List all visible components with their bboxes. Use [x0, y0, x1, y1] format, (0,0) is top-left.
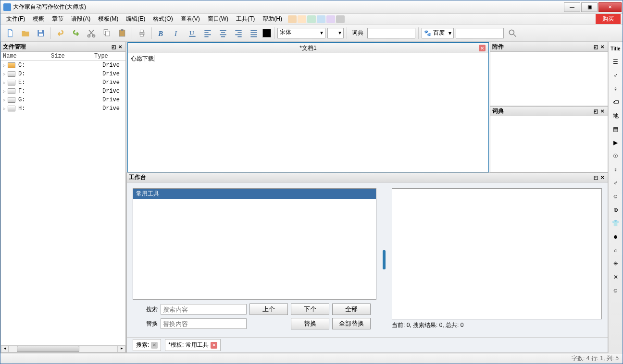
replace-button[interactable]: 替换	[291, 318, 329, 329]
venus-icon[interactable]: ♀	[610, 164, 622, 175]
font-family-select[interactable]: 宋体	[277, 28, 325, 38]
print-icon[interactable]	[135, 26, 149, 40]
menu-help[interactable]: 帮助(H)	[259, 14, 286, 24]
prev-button[interactable]: 上个	[249, 303, 288, 315]
close-icon[interactable]: ✕	[151, 342, 158, 349]
font-color-swatch[interactable]	[262, 29, 271, 37]
menu-template[interactable]: 模板(M)	[94, 14, 122, 24]
swatch[interactable]	[326, 15, 335, 23]
workspace-status: 当前: 0, 搜索结果: 0, 总共: 0	[392, 319, 602, 331]
bottom-template-tab[interactable]: *模板: 常用工具 ✕	[165, 339, 220, 351]
person-icon[interactable]: ☺	[610, 191, 622, 202]
bold-icon[interactable]: B	[155, 26, 168, 40]
svg-text:B: B	[158, 29, 163, 37]
location-icon[interactable]: 地	[610, 110, 622, 121]
panel-float-icon[interactable]: ◰	[110, 44, 117, 50]
panel-close-icon[interactable]: ✕	[599, 174, 606, 181]
male-icon[interactable]: ♂	[610, 70, 622, 81]
hamburger-icon[interactable]: ☰	[610, 56, 622, 68]
copy-icon[interactable]	[100, 26, 113, 40]
menu-format[interactable]: 格式(O)	[149, 14, 176, 24]
menu-window[interactable]: 窗口(W)	[204, 14, 232, 24]
building-icon[interactable]: ⌂	[610, 244, 622, 256]
web-search-input[interactable]	[456, 28, 504, 38]
menu-chapter[interactable]: 章节	[48, 14, 67, 24]
bottom-search-tab[interactable]: 搜索: ✕	[133, 339, 161, 351]
wheel-icon[interactable]: ✳	[610, 258, 622, 269]
search-engine-select[interactable]: 🐾百度	[422, 28, 454, 38]
swatch[interactable]	[307, 15, 316, 23]
drive-row[interactable]: ▷F:Drive	[1, 87, 125, 96]
search-icon[interactable]	[506, 26, 519, 40]
menu-phrase[interactable]: 语段(A)	[67, 14, 94, 24]
undo-icon[interactable]	[54, 26, 67, 40]
minimize-button[interactable]: —	[564, 2, 580, 12]
save-icon[interactable]	[34, 26, 48, 40]
panel-close-icon[interactable]: ✕	[599, 108, 606, 115]
document-tab[interactable]: *文档1 ✕	[128, 43, 488, 53]
paste-icon[interactable]	[115, 26, 129, 40]
swatch[interactable]	[288, 15, 297, 23]
underline-icon[interactable]: U	[186, 26, 199, 40]
replace-input[interactable]	[161, 318, 247, 329]
file-list: ▷C:Drive▷D:Drive▷E:Drive▷F:Drive▷G:Drive…	[1, 61, 125, 345]
search-input[interactable]	[161, 304, 247, 315]
menu-edit[interactable]: 编辑(E)	[122, 14, 149, 24]
panel-close-icon[interactable]: ✕	[117, 44, 124, 50]
align-justify-icon[interactable]	[247, 26, 261, 40]
article-icon[interactable]: ▤	[610, 123, 622, 135]
close-button[interactable]: ✕	[598, 2, 622, 12]
workspace-tab[interactable]: 常用工具	[133, 189, 376, 199]
play-icon[interactable]: ▶	[610, 137, 622, 148]
menu-outline[interactable]: 梗概	[29, 14, 48, 24]
panel-float-icon[interactable]: ◰	[592, 44, 599, 50]
file-panel-title: 文件管理	[3, 43, 26, 51]
swatch[interactable]	[336, 15, 345, 23]
idea-icon[interactable]: ☉	[610, 150, 622, 162]
mars-icon[interactable]: ♂	[610, 177, 622, 189]
menu-view[interactable]: 查看(V)	[177, 14, 204, 24]
next-button[interactable]: 下个	[291, 303, 329, 315]
drive-row[interactable]: ▷H:Drive	[1, 104, 125, 113]
splitter[interactable]	[382, 188, 386, 331]
all-button[interactable]: 全部	[332, 303, 371, 315]
redo-icon[interactable]	[69, 26, 83, 40]
h-scrollbar[interactable]: ◂▸	[1, 345, 125, 352]
swatch[interactable]	[317, 15, 325, 23]
panel-close-icon[interactable]: ✕	[599, 44, 606, 50]
menu-file[interactable]: 文件(F)	[2, 14, 29, 24]
dict-input[interactable]	[367, 28, 415, 38]
shirt-icon[interactable]: 👕	[610, 218, 622, 229]
replace-all-button[interactable]: 全部替换	[332, 318, 371, 329]
drive-row[interactable]: ▷E:Drive	[1, 78, 125, 87]
align-left-icon[interactable]	[201, 26, 214, 40]
svg-rect-0	[39, 30, 42, 32]
drive-row[interactable]: ▷C:Drive	[1, 61, 125, 70]
italic-icon[interactable]: I	[170, 26, 184, 40]
search-label: 搜索	[138, 305, 158, 314]
maximize-button[interactable]: ▣	[581, 2, 598, 12]
buy-button[interactable]: 购买	[596, 14, 621, 24]
menu-tool[interactable]: 工具(T)	[232, 14, 259, 24]
panel-float-icon[interactable]: ◰	[592, 174, 599, 181]
panel-float-icon[interactable]: ◰	[592, 108, 599, 115]
emoji-icon[interactable]: ☺	[610, 285, 622, 296]
open-folder-icon[interactable]	[19, 26, 32, 40]
drive-row[interactable]: ▷D:Drive	[1, 70, 125, 78]
face-icon[interactable]: ☻	[610, 231, 622, 243]
tag-icon[interactable]: 🏷	[610, 97, 622, 108]
new-file-icon[interactable]	[3, 26, 17, 40]
editor-body[interactable]: 心愿下载	[128, 53, 488, 172]
cross-icon[interactable]: ✕	[610, 271, 622, 283]
swatch[interactable]	[298, 15, 306, 23]
side-title-label[interactable]: Title	[610, 43, 622, 54]
cut-icon[interactable]	[85, 26, 98, 40]
drive-row[interactable]: ▷G:Drive	[1, 96, 125, 104]
font-size-select[interactable]	[327, 28, 344, 38]
align-center-icon[interactable]	[216, 26, 230, 40]
document-close-icon[interactable]: ✕	[479, 45, 486, 51]
female-icon[interactable]: ♀	[610, 83, 622, 95]
globe-icon[interactable]: ⊕	[610, 204, 622, 216]
close-icon[interactable]: ✕	[211, 342, 217, 349]
align-right-icon[interactable]	[232, 26, 245, 40]
